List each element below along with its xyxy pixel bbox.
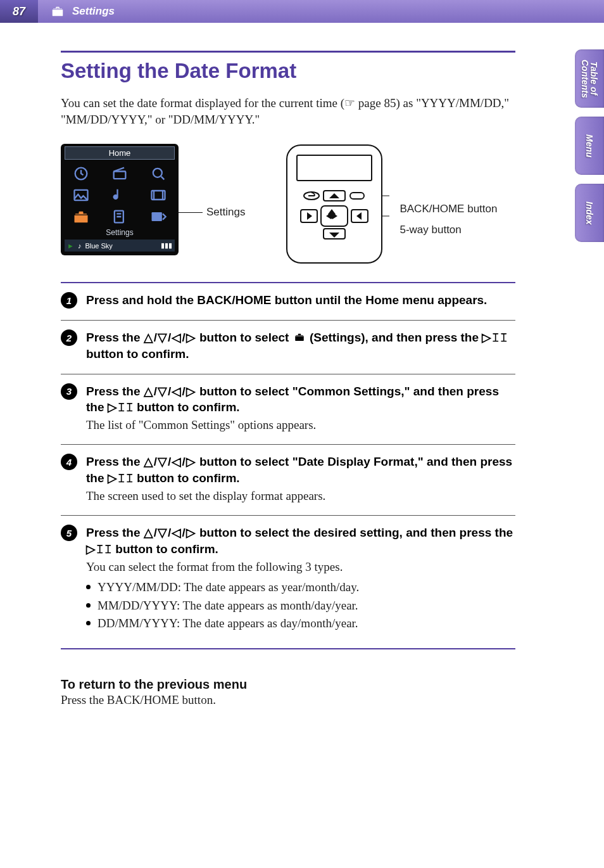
- video-icon: [148, 186, 168, 204]
- settings-toolbox-icon: [71, 208, 91, 226]
- now-playing-title: Blue Sky: [85, 242, 112, 250]
- play-indicator-icon: ►: [67, 242, 74, 250]
- home-screen-title: Home: [65, 146, 175, 160]
- play-pause-glyph: ▷𝙸𝙸: [86, 542, 112, 556]
- step-4-title: Press the △/▽/◁/▷ button to select "Date…: [86, 454, 515, 486]
- dpad-arrows: △/▽/◁/▷: [144, 526, 196, 539]
- return-heading: To return to the previous menu: [61, 677, 515, 692]
- step-3-title: Press the △/▽/◁/▷ button to select "Comm…: [86, 383, 515, 416]
- tab-index-label: Index: [584, 201, 595, 225]
- bullet-2: MM/DD/YYYY: The date appears as month/da…: [86, 597, 515, 615]
- step-4-desc: The screen used to set the display forma…: [86, 488, 515, 504]
- tab-toc[interactable]: Table ofContents: [575, 49, 604, 108]
- music-note-icon: ♪: [78, 242, 82, 250]
- step-number: 3: [61, 383, 77, 400]
- figure-row: Home Settings ►: [61, 144, 515, 264]
- tab-menu-label: Menu: [584, 134, 595, 158]
- step-2: 2 Press the △/▽/◁/▷ button to select (Se…: [61, 320, 515, 373]
- home-settings-label: Settings: [65, 228, 175, 237]
- svg-rect-7: [287, 145, 382, 263]
- photo-icon: [71, 186, 91, 204]
- return-section: To return to the previous menu Press the…: [61, 677, 515, 707]
- step-2-title: Press the △/▽/◁/▷ button to select (Sett…: [86, 329, 515, 362]
- tab-toc-line1: Table of: [589, 61, 599, 95]
- page-number: 87: [0, 0, 38, 23]
- radio-icon: [110, 165, 130, 182]
- bullet-1: YYYY/MM/DD: The date appears as year/mon…: [86, 578, 515, 597]
- music-icon: [110, 186, 130, 204]
- svg-rect-8: [297, 155, 372, 181]
- step-5-title: Press the △/▽/◁/▷ button to select the d…: [86, 525, 515, 557]
- player-diagram: [282, 144, 389, 264]
- svg-rect-6: [151, 212, 161, 221]
- back-home-label: BACK/HOME button: [400, 202, 497, 215]
- step-1-title: Press and hold the BACK/HOME button unti…: [86, 292, 515, 309]
- home-screen: Home Settings ►: [61, 144, 179, 255]
- page-header: 87 Settings: [0, 0, 604, 23]
- step-number: 5: [61, 525, 77, 541]
- page-title: Setting the Date Format: [61, 59, 515, 83]
- tab-index[interactable]: Index: [575, 184, 604, 242]
- return-body: Press the BACK/HOME button.: [61, 693, 515, 707]
- step-3: 3 Press the △/▽/◁/▷ button to select "Co…: [61, 374, 515, 445]
- play-pause-glyph: ▷𝙸𝙸: [482, 331, 508, 344]
- five-way-label: 5-way button: [400, 223, 497, 236]
- leader-line: [177, 212, 203, 213]
- dpad-arrows: △/▽/◁/▷: [144, 455, 196, 468]
- side-tabs: Table ofContents Menu Index: [575, 49, 604, 242]
- toolbox-inline-icon: [293, 331, 306, 343]
- now-playing-bar: ► ♪ Blue Sky ▮▮▮: [65, 239, 175, 252]
- tab-toc-line2: Contents: [580, 60, 590, 98]
- step-5-bullets: YYYY/MM/DD: The date appears as year/mon…: [86, 578, 515, 633]
- search-icon: [148, 165, 168, 182]
- step-4: 4 Press the △/▽/◁/▷ button to select "Da…: [61, 444, 515, 515]
- step-number: 1: [61, 292, 77, 309]
- dpad-arrows: △/▽/◁/▷: [144, 385, 196, 398]
- play-pause-glyph: ▷𝙸𝙸: [108, 471, 134, 485]
- playlist-icon: [110, 208, 130, 226]
- svg-rect-11: [350, 193, 364, 199]
- step-5: 5 Press the △/▽/◁/▷ button to select the…: [61, 515, 515, 649]
- play-pause-glyph: ▷𝙸𝙸: [108, 400, 134, 414]
- intro-text: You can set the date format displayed fo…: [61, 95, 515, 127]
- step-number: 4: [61, 454, 77, 470]
- step-number: 2: [61, 329, 77, 346]
- now-playing-icon: [148, 208, 168, 226]
- step-1: 1 Press and hold the BACK/HOME button un…: [61, 282, 515, 320]
- clock-icon: [71, 165, 91, 182]
- settings-figure-label: Settings: [206, 206, 245, 219]
- step-5-desc: You can select the format from the follo…: [86, 559, 515, 575]
- header-section-label: Settings: [72, 5, 115, 18]
- dpad-arrows: △/▽/◁/▷: [144, 331, 196, 344]
- steps-list: 1 Press and hold the BACK/HOME button un…: [61, 282, 515, 649]
- toolbox-icon: [51, 4, 65, 18]
- tab-menu[interactable]: Menu: [575, 117, 604, 175]
- bullet-3: DD/MM/YYYY: The date appears as day/mont…: [86, 615, 515, 633]
- svg-point-2: [153, 169, 161, 177]
- step-3-desc: The list of "Common Settings" options ap…: [86, 417, 515, 433]
- title-rule: [61, 51, 515, 53]
- header-section: Settings: [38, 0, 604, 23]
- battery-icon: ▮▮▮: [161, 241, 172, 250]
- svg-rect-1: [114, 172, 126, 179]
